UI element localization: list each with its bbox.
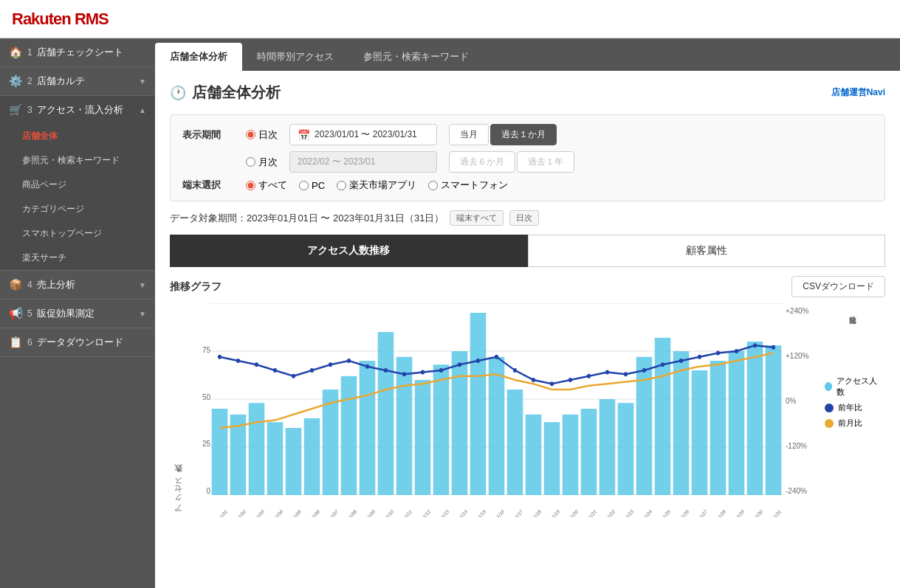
svg-text:2023/01/26: 2023/01/26 (670, 508, 690, 517)
svg-point-52 (513, 368, 517, 373)
svg-text:2023/01/21: 2023/01/21 (578, 508, 597, 517)
btn-past-1month[interactable]: 過去１か月 (490, 124, 557, 145)
radio-monthly[interactable]: 月次 (246, 156, 278, 169)
legend-item-yoy: 前年比 (825, 402, 879, 413)
filter-device-row: 端末選択 すべて PC 楽天市場アプリ (182, 179, 873, 192)
svg-rect-34 (747, 342, 763, 495)
monthly-date-input: 2022/02 〜 2023/01 (289, 151, 437, 173)
chart-svg (210, 303, 783, 495)
tab-shop-all[interactable]: 店舗全体分析 (155, 43, 242, 71)
btn-past-1year[interactable]: 過去１年 (517, 151, 574, 173)
svg-rect-33 (729, 351, 745, 495)
calendar-icon: 📅 (298, 129, 310, 141)
svg-point-54 (550, 381, 554, 386)
radio-rakuten-app-input[interactable] (337, 181, 346, 190)
svg-text:2023/01/06: 2023/01/06 (301, 508, 320, 517)
svg-point-61 (679, 359, 683, 363)
svg-point-48 (439, 368, 443, 373)
radio-smartphone-input[interactable] (428, 181, 438, 190)
radio-pc-input[interactable] (299, 181, 309, 190)
period-buttons-monthly: 過去６か月 過去１年 (449, 151, 574, 173)
sidebar-item-sales[interactable]: 📦 4 売上分析 ▼ (0, 271, 155, 299)
svg-point-44 (365, 364, 369, 369)
legend-dot-yoy (825, 404, 834, 412)
x-axis-labels: 2023/01/012023/01/022023/01/032023/01/04… (210, 495, 783, 517)
svg-text:2023/01/24: 2023/01/24 (633, 508, 653, 517)
svg-text:2023/01/08: 2023/01/08 (338, 508, 357, 517)
right-panel: 前年比前月比 アクセス人数 前年比 (819, 303, 885, 517)
svg-point-53 (532, 378, 535, 382)
tab-time-access[interactable]: 時間帯別アクセス (242, 43, 348, 71)
svg-rect-20 (489, 357, 505, 495)
radio-all[interactable]: すべて (246, 179, 287, 192)
radio-monthly-input[interactable] (246, 157, 255, 167)
svg-point-58 (624, 372, 628, 376)
sidebar-item-shop-check[interactable]: 🏠 1 店舗チェックシート (0, 38, 155, 66)
svg-rect-12 (341, 376, 357, 495)
svg-text:2023/01/03: 2023/01/03 (246, 508, 265, 517)
sidebar-item-access[interactable]: 🛒 3 アクセス・流入分析 ▲ (0, 96, 155, 124)
svg-text:2023/01/09: 2023/01/09 (357, 508, 376, 517)
logo: Rakuten RMS (12, 10, 109, 29)
sidebar-sub-item-product-page[interactable]: 商品ページ (0, 173, 155, 197)
radio-daily[interactable]: 日次 (246, 128, 278, 142)
svg-rect-17 (433, 364, 450, 495)
radio-group-period: 日次 (246, 128, 278, 142)
btn-current-month[interactable]: 当月 (449, 124, 489, 145)
tab-ref-keyword[interactable]: 参照元・検索キーワード (348, 43, 484, 71)
sidebar-sub-item-rakuten-search[interactable]: 楽天サーチ (0, 246, 155, 270)
svg-rect-5 (212, 409, 228, 495)
sidebar-sub-item-category-page[interactable]: カテゴリページ (0, 197, 155, 221)
chart-title: 推移グラフ (170, 280, 221, 294)
radio-group-device: すべて PC 楽天市場アプリ スマートフォン (246, 179, 508, 192)
csv-download-button[interactable]: CSVダウンロード (791, 276, 885, 297)
sub-tab-access-trend[interactable]: アクセス人数推移 (170, 235, 528, 267)
svg-rect-16 (415, 380, 431, 495)
svg-text:2023/01/02: 2023/01/02 (227, 508, 247, 517)
svg-text:2023/01/18: 2023/01/18 (523, 508, 542, 517)
svg-point-64 (735, 349, 738, 353)
svg-text:2023/01/29: 2023/01/29 (726, 508, 745, 517)
sidebar-sub-item-ref-keyword[interactable]: 参照元・検索キーワード (0, 148, 155, 173)
data-period: データ対象期間：2023年01月01日 〜 2023年01月31日（31日） 端… (170, 210, 885, 226)
radio-rakuten-app[interactable]: 楽天市場アプリ (337, 179, 416, 192)
svg-point-45 (384, 368, 388, 373)
sidebar-item-shop-carte[interactable]: ⚙️ 2 店舗カルテ ▼ (0, 67, 155, 95)
daily-date-input[interactable]: 📅 2023/01/01 〜 2023/01/31 (289, 124, 437, 145)
svg-rect-8 (267, 422, 284, 495)
navi-link[interactable]: 店舗運営Navi (831, 86, 885, 99)
svg-point-39 (273, 368, 277, 373)
sidebar-item-promo[interactable]: 📢 5 販促効果測定 ▼ (0, 300, 155, 328)
radio-pc[interactable]: PC (299, 180, 325, 191)
svg-rect-28 (636, 357, 653, 495)
radio-rakuten-app-label: 楽天市場アプリ (349, 179, 416, 192)
svg-rect-26 (600, 399, 616, 495)
sidebar-item-data-dl[interactable]: 📋 6 データダウンロード (0, 328, 155, 356)
svg-rect-10 (304, 418, 320, 495)
badge-frequency: 日次 (509, 210, 539, 226)
radio-daily-input[interactable] (246, 130, 255, 139)
filter-section: 表示期間 日次 📅 2023/01/01 〜 2023/01/31 当月 過去１… (170, 114, 885, 201)
svg-text:2023/01/17: 2023/01/17 (504, 508, 523, 517)
header: Rakuten RMS (0, 0, 900, 38)
svg-text:2023/01/05: 2023/01/05 (283, 508, 302, 517)
btn-past-6month[interactable]: 過去６か月 (449, 151, 515, 173)
svg-rect-23 (544, 422, 560, 495)
chart-section: 推移グラフ CSVダウンロード アクセス人数 75 50 25 0 (170, 276, 885, 517)
sidebar-sub-item-smartphone-top[interactable]: スマホトップページ (0, 221, 155, 246)
svg-point-63 (716, 351, 720, 356)
legend-item-access: アクセス人数 (825, 376, 879, 398)
daily-date-value: 2023/01/01 〜 2023/01/31 (315, 128, 417, 141)
filter-period-label: 表示期間 (182, 128, 234, 142)
sub-tabs: アクセス人数推移 顧客属性 (170, 235, 885, 267)
sub-tab-customer-attr[interactable]: 顧客属性 (528, 235, 886, 267)
sidebar-sub-item-shop-all[interactable]: 店舗全体 (0, 124, 155, 148)
sidebar-section-2: ⚙️ 2 店舗カルテ ▼ (0, 67, 155, 96)
right-axis-label: 前年比前月比 (819, 311, 885, 370)
radio-all-input[interactable] (246, 181, 255, 190)
svg-text:2023/01/20: 2023/01/20 (560, 508, 579, 517)
legend: アクセス人数 前年比 前月比 (819, 370, 885, 435)
radio-smartphone[interactable]: スマートフォン (428, 179, 508, 192)
svg-rect-35 (766, 345, 782, 495)
legend-dot-access (825, 382, 832, 391)
